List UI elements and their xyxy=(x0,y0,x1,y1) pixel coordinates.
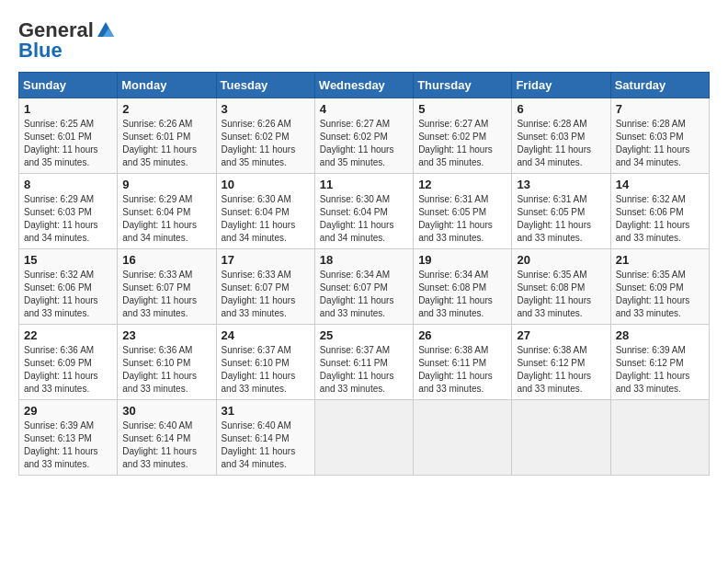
calendar-cell: 11Sunrise: 6:30 AM Sunset: 6:04 PM Dayli… xyxy=(314,174,413,249)
calendar-cell: 25Sunrise: 6:37 AM Sunset: 6:11 PM Dayli… xyxy=(314,325,413,400)
day-info: Sunrise: 6:35 AM Sunset: 6:08 PM Dayligh… xyxy=(517,269,605,320)
calendar-cell: 26Sunrise: 6:38 AM Sunset: 6:11 PM Dayli… xyxy=(414,325,512,400)
day-number: 6 xyxy=(517,102,605,116)
calendar-week-row: 15Sunrise: 6:32 AM Sunset: 6:06 PM Dayli… xyxy=(19,249,710,325)
weekday-header-row: SundayMondayTuesdayWednesdayThursdayFrid… xyxy=(19,73,710,98)
calendar-cell: 24Sunrise: 6:37 AM Sunset: 6:10 PM Dayli… xyxy=(216,325,314,400)
day-number: 26 xyxy=(418,328,506,342)
calendar-table: SundayMondayTuesdayWednesdayThursdayFrid… xyxy=(18,72,710,476)
day-info: Sunrise: 6:26 AM Sunset: 6:01 PM Dayligh… xyxy=(122,118,210,169)
calendar-cell: 20Sunrise: 6:35 AM Sunset: 6:08 PM Dayli… xyxy=(512,249,610,325)
calendar-cell: 27Sunrise: 6:38 AM Sunset: 6:12 PM Dayli… xyxy=(512,325,610,400)
day-number: 31 xyxy=(222,404,310,418)
day-number: 8 xyxy=(24,178,112,191)
day-number: 11 xyxy=(320,178,408,191)
day-number: 21 xyxy=(616,253,704,267)
calendar-cell: 18Sunrise: 6:34 AM Sunset: 6:07 PM Dayli… xyxy=(314,249,413,325)
day-number: 22 xyxy=(24,328,112,342)
day-info: Sunrise: 6:29 AM Sunset: 6:04 PM Dayligh… xyxy=(122,193,210,245)
day-number: 18 xyxy=(320,253,408,267)
calendar-body: 1Sunrise: 6:25 AM Sunset: 6:01 PM Daylig… xyxy=(19,98,710,476)
calendar-cell xyxy=(512,400,610,476)
day-info: Sunrise: 6:28 AM Sunset: 6:03 PM Dayligh… xyxy=(616,118,704,169)
weekday-header-cell: Monday xyxy=(118,73,216,98)
logo-blue: Blue xyxy=(18,39,63,63)
day-number: 12 xyxy=(418,178,506,191)
day-info: Sunrise: 6:32 AM Sunset: 6:06 PM Dayligh… xyxy=(616,193,704,245)
calendar-cell: 19Sunrise: 6:34 AM Sunset: 6:08 PM Dayli… xyxy=(414,249,512,325)
calendar-cell: 9Sunrise: 6:29 AM Sunset: 6:04 PM Daylig… xyxy=(118,174,216,249)
day-number: 23 xyxy=(122,328,210,342)
calendar-week-row: 22Sunrise: 6:36 AM Sunset: 6:09 PM Dayli… xyxy=(19,325,710,400)
calendar-cell: 3Sunrise: 6:26 AM Sunset: 6:02 PM Daylig… xyxy=(216,98,314,174)
day-number: 5 xyxy=(418,102,506,116)
day-number: 24 xyxy=(222,328,310,342)
day-number: 20 xyxy=(517,253,605,267)
day-info: Sunrise: 6:33 AM Sunset: 6:07 PM Dayligh… xyxy=(222,269,310,320)
day-info: Sunrise: 6:30 AM Sunset: 6:04 PM Dayligh… xyxy=(222,193,310,245)
day-number: 30 xyxy=(122,404,210,418)
page-header: General Blue xyxy=(18,18,710,63)
day-info: Sunrise: 6:38 AM Sunset: 6:12 PM Dayligh… xyxy=(517,344,605,396)
calendar-cell: 12Sunrise: 6:31 AM Sunset: 6:05 PM Dayli… xyxy=(414,174,512,249)
day-number: 1 xyxy=(24,102,112,116)
calendar-cell: 21Sunrise: 6:35 AM Sunset: 6:09 PM Dayli… xyxy=(610,249,709,325)
calendar-cell: 23Sunrise: 6:36 AM Sunset: 6:10 PM Dayli… xyxy=(118,325,216,400)
calendar-cell: 29Sunrise: 6:39 AM Sunset: 6:13 PM Dayli… xyxy=(19,400,118,476)
weekday-header-cell: Sunday xyxy=(19,73,118,98)
day-number: 29 xyxy=(24,404,112,418)
day-number: 13 xyxy=(517,178,605,191)
calendar-cell xyxy=(414,400,512,476)
weekday-header-cell: Tuesday xyxy=(216,73,314,98)
day-info: Sunrise: 6:31 AM Sunset: 6:05 PM Dayligh… xyxy=(517,193,605,245)
calendar-cell: 13Sunrise: 6:31 AM Sunset: 6:05 PM Dayli… xyxy=(512,174,610,249)
calendar-cell: 31Sunrise: 6:40 AM Sunset: 6:14 PM Dayli… xyxy=(216,400,314,476)
calendar-cell: 8Sunrise: 6:29 AM Sunset: 6:03 PM Daylig… xyxy=(19,174,118,249)
day-info: Sunrise: 6:40 AM Sunset: 6:14 PM Dayligh… xyxy=(222,419,310,471)
calendar-cell: 7Sunrise: 6:28 AM Sunset: 6:03 PM Daylig… xyxy=(610,98,709,174)
calendar-week-row: 29Sunrise: 6:39 AM Sunset: 6:13 PM Dayli… xyxy=(19,400,710,476)
day-info: Sunrise: 6:29 AM Sunset: 6:03 PM Dayligh… xyxy=(24,193,112,245)
day-number: 14 xyxy=(616,178,704,191)
day-info: Sunrise: 6:39 AM Sunset: 6:13 PM Dayligh… xyxy=(24,419,112,471)
day-info: Sunrise: 6:39 AM Sunset: 6:12 PM Dayligh… xyxy=(616,344,704,396)
day-info: Sunrise: 6:30 AM Sunset: 6:04 PM Dayligh… xyxy=(320,193,408,245)
calendar-cell: 28Sunrise: 6:39 AM Sunset: 6:12 PM Dayli… xyxy=(610,325,709,400)
day-number: 4 xyxy=(320,102,408,116)
day-info: Sunrise: 6:32 AM Sunset: 6:06 PM Dayligh… xyxy=(24,269,112,320)
weekday-header-cell: Saturday xyxy=(610,73,709,98)
day-info: Sunrise: 6:38 AM Sunset: 6:11 PM Dayligh… xyxy=(418,344,506,396)
day-info: Sunrise: 6:33 AM Sunset: 6:07 PM Dayligh… xyxy=(122,269,210,320)
calendar-cell: 1Sunrise: 6:25 AM Sunset: 6:01 PM Daylig… xyxy=(19,98,118,174)
day-info: Sunrise: 6:28 AM Sunset: 6:03 PM Dayligh… xyxy=(517,118,605,169)
weekday-header-cell: Thursday xyxy=(414,73,512,98)
day-info: Sunrise: 6:35 AM Sunset: 6:09 PM Dayligh… xyxy=(616,269,704,320)
day-number: 3 xyxy=(222,102,310,116)
day-number: 7 xyxy=(616,102,704,116)
day-number: 9 xyxy=(122,178,210,191)
day-info: Sunrise: 6:31 AM Sunset: 6:05 PM Dayligh… xyxy=(418,193,506,245)
calendar-week-row: 8Sunrise: 6:29 AM Sunset: 6:03 PM Daylig… xyxy=(19,174,710,249)
day-number: 2 xyxy=(122,102,210,116)
day-info: Sunrise: 6:37 AM Sunset: 6:10 PM Dayligh… xyxy=(222,344,310,396)
day-info: Sunrise: 6:27 AM Sunset: 6:02 PM Dayligh… xyxy=(418,118,506,169)
day-number: 25 xyxy=(320,328,408,342)
day-number: 17 xyxy=(222,253,310,267)
day-info: Sunrise: 6:34 AM Sunset: 6:07 PM Dayligh… xyxy=(320,269,408,320)
calendar-cell: 30Sunrise: 6:40 AM Sunset: 6:14 PM Dayli… xyxy=(118,400,216,476)
calendar-cell: 17Sunrise: 6:33 AM Sunset: 6:07 PM Dayli… xyxy=(216,249,314,325)
day-info: Sunrise: 6:27 AM Sunset: 6:02 PM Dayligh… xyxy=(320,118,408,169)
day-info: Sunrise: 6:36 AM Sunset: 6:09 PM Dayligh… xyxy=(24,344,112,396)
day-info: Sunrise: 6:40 AM Sunset: 6:14 PM Dayligh… xyxy=(122,419,210,471)
day-info: Sunrise: 6:26 AM Sunset: 6:02 PM Dayligh… xyxy=(222,118,310,169)
calendar-cell: 15Sunrise: 6:32 AM Sunset: 6:06 PM Dayli… xyxy=(19,249,118,325)
calendar-cell: 5Sunrise: 6:27 AM Sunset: 6:02 PM Daylig… xyxy=(414,98,512,174)
day-number: 16 xyxy=(122,253,210,267)
day-number: 27 xyxy=(517,328,605,342)
calendar-cell: 14Sunrise: 6:32 AM Sunset: 6:06 PM Dayli… xyxy=(610,174,709,249)
day-info: Sunrise: 6:36 AM Sunset: 6:10 PM Dayligh… xyxy=(122,344,210,396)
logo: General Blue xyxy=(18,18,116,63)
day-info: Sunrise: 6:37 AM Sunset: 6:11 PM Dayligh… xyxy=(320,344,408,396)
day-number: 28 xyxy=(616,328,704,342)
calendar-cell: 4Sunrise: 6:27 AM Sunset: 6:02 PM Daylig… xyxy=(314,98,413,174)
